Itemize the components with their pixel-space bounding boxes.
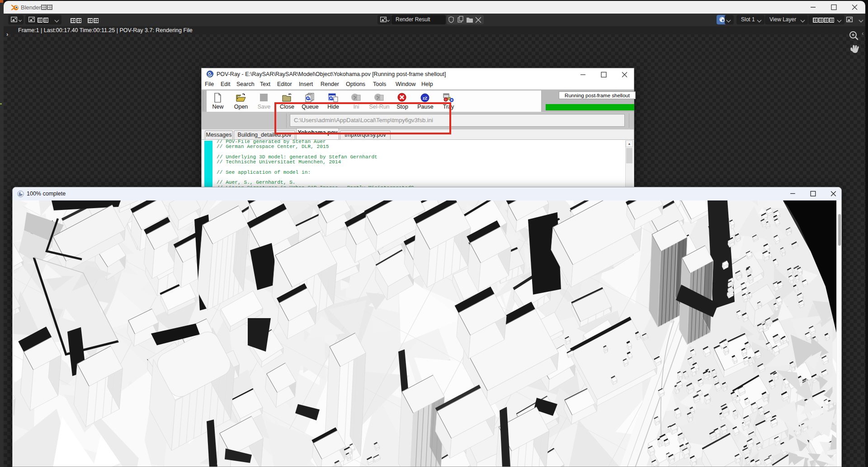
svg-text:zZ: zZ (423, 96, 428, 100)
